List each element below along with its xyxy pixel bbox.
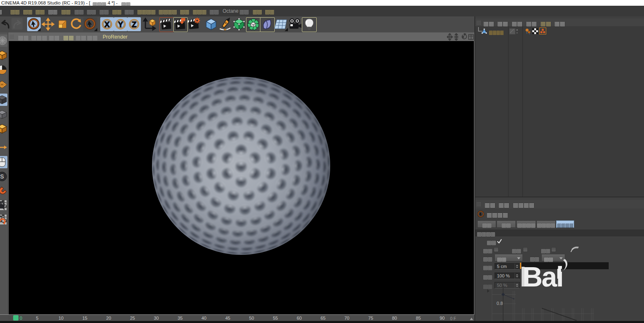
- svg-text:Y: Y: [118, 21, 123, 29]
- svg-text:0.8: 0.8: [497, 301, 503, 306]
- svg-text:Z: Z: [132, 21, 136, 29]
- svg-text:S: S: [0, 173, 4, 180]
- svg-text:X: X: [104, 21, 109, 29]
